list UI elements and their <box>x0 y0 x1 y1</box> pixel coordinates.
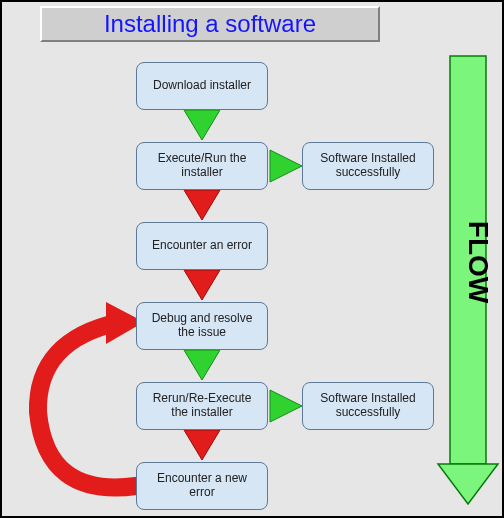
svg-marker-1 <box>438 464 498 504</box>
diagram-title: Installing a software <box>40 6 380 42</box>
node-rerun: Rerun/Re-Execute the installer <box>136 382 268 430</box>
node-download: Download installer <box>136 62 268 110</box>
arrow-loop-back <box>38 302 144 487</box>
svg-rect-0 <box>450 56 486 464</box>
node-execute: Execute/Run the installer <box>136 142 268 190</box>
arrow-down-3 <box>184 270 220 300</box>
flow-arrow-label: FLOW <box>463 221 494 304</box>
arrow-down-5 <box>184 430 220 460</box>
diagram-frame: Installing a software FLOW Download inst… <box>0 0 504 518</box>
arrow-down-2 <box>184 190 220 220</box>
node-error-1: Encounter an error <box>136 222 268 270</box>
node-error-2: Encounter a new error <box>136 462 268 510</box>
arrow-right-1 <box>270 150 302 182</box>
arrow-right-2 <box>270 390 302 422</box>
arrow-down-1 <box>184 110 220 140</box>
node-debug: Debug and resolve the issue <box>136 302 268 350</box>
arrow-down-4 <box>184 350 220 380</box>
node-success-2: Software Installed successfully <box>302 382 434 430</box>
node-success-1: Software Installed successfully <box>302 142 434 190</box>
